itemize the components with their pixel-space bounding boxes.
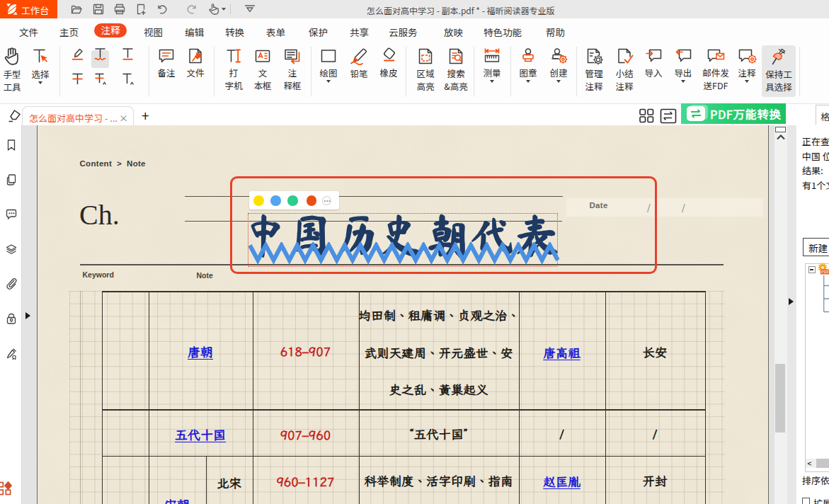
svg-text:PDF: PDF: [821, 270, 829, 274]
